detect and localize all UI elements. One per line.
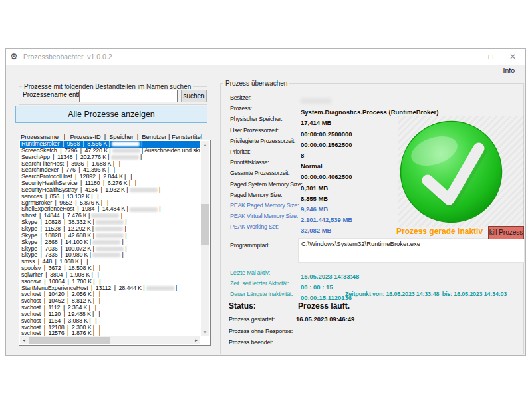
censored-user-patch: [146, 286, 174, 291]
activity-field-row: Letzte Mal aktiv:16.05.2023 14:33:48: [230, 269, 529, 280]
censored-user-patch: [130, 188, 158, 192]
monitor-field-value: System.Diagnostics.Process (RuntimeBroke…: [301, 108, 438, 116]
program-path-label: Programmpfad:: [230, 242, 269, 249]
censored-user-patch: [96, 233, 124, 238]
list-item[interactable]: Skype | 7336 | 10.980 K | |: [20, 252, 200, 259]
menubar: Info: [6, 65, 525, 76]
client-area: Prozesse mit folgenden Bestandteilen im …: [6, 76, 525, 355]
monitor-field-label: Priorität:: [230, 148, 301, 155]
program-path-value: C:\Windows\System32\RuntimeBroker.exe: [299, 239, 524, 249]
list-item[interactable]: Skype | 10828 | 38.332 K | |: [20, 219, 200, 226]
list-item[interactable]: SecurityHealthService | 11180 | 6.276 K …: [20, 180, 200, 187]
list-item[interactable]: Skype | 7036 | 100.072 K | |: [20, 246, 200, 253]
censored-user-patch: [92, 240, 120, 245]
horizontal-scrollbar[interactable]: ◄ ►: [20, 336, 200, 344]
program-path-box: C:\Windows\System32\RuntimeBroker.exe: [298, 238, 525, 263]
window-title: Prozessbeobachter v1.0.0.2: [23, 53, 112, 61]
process-rows: RuntimeBroker | 9568 | 8.556 K | | Scree…: [20, 141, 200, 336]
status-value: Prozess läuft.: [298, 301, 350, 311]
list-item[interactable]: ssonsvr | 10064 | 1.700 K | |: [20, 279, 200, 285]
list-item[interactable]: svchost | 1164 | 3.088 K | |: [20, 318, 200, 325]
green-check-icon: [400, 120, 503, 223]
process-inactive-status-text: Prozess gerade inaktiv: [396, 227, 483, 236]
process-name-input[interactable]: [79, 90, 178, 102]
censored-user-patch: [96, 247, 124, 251]
list-item[interactable]: SearchIndexer | 776 | 41.396 K | |: [20, 167, 200, 174]
app-window: ⚙ Prozessbeobachter v1.0.0.2 – □ ✕ Info …: [5, 48, 526, 356]
list-item[interactable]: svchost | 1120 | 19.488 K | |: [20, 311, 200, 318]
activity-field-row: Zeit seit letzter Aktivität:00 : 00 : 15: [230, 280, 529, 291]
censored-user-patch: [111, 155, 139, 160]
monitor-field-row: Prozess:System.Diagnostics.Process (Runt…: [230, 105, 529, 116]
monitor-field-value: 8,355 MB: [301, 195, 328, 202]
close-icon[interactable]: ✕: [507, 51, 519, 62]
list-item[interactable]: Skype | 11528 | 12.292 K | |: [20, 226, 200, 233]
monitor-field-label: Privilegierte Prozessorzeit:: [230, 138, 301, 144]
scroll-down-icon[interactable]: ▼: [201, 329, 209, 336]
monitor-field-value: 00:00:00.2500000: [301, 130, 352, 138]
list-item[interactable]: SgrmBroker | 9652 | 5.876 K | |: [20, 200, 200, 207]
monitor-field-label: Besitzer:: [230, 94, 301, 101]
horizontal-scroll-thumb[interactable]: [29, 337, 110, 344]
scroll-left-icon[interactable]: ◄: [20, 336, 28, 344]
activity-field-row: Dauer Längste Inaktivität:00:00:15.11201…: [230, 291, 529, 301]
vertical-scroll-thumb[interactable]: [201, 204, 209, 245]
censored-user-patch: [95, 227, 123, 231]
censored-user-patch: [130, 207, 158, 212]
list-item[interactable]: Skype | 2868 | 14.100 K | |: [20, 239, 200, 246]
monitor-field-value: 2.101.442,539 MB: [301, 216, 352, 223]
censored-user-patch: [112, 148, 140, 153]
list-item[interactable]: SearchFilterHost | 3936 | 1.688 K | |: [20, 161, 200, 168]
list-item[interactable]: svchost | 12108 | 2.300 K | |: [20, 325, 200, 331]
monitor-field-label: Gesamte Prozessorzeit:: [230, 170, 301, 176]
scroll-up-icon[interactable]: ▲: [201, 141, 209, 149]
list-item[interactable]: svchost | 10420 | 2.056 K | |: [20, 291, 200, 298]
monitor-field-label: User Prozessorzeit:: [230, 127, 301, 134]
list-item[interactable]: SearchProtocolHost | 12892 | 2.844 K | |: [20, 174, 200, 180]
activity-field-value: 16.05.2023 14:33:48: [301, 273, 359, 280]
list-item[interactable]: StartMenuExperienceHost | 13112 | 28.444…: [20, 285, 200, 292]
monitor-field-label: Paged System Memory Size:: [230, 181, 301, 188]
list-item[interactable]: services | 856 | 13.132 K | |: [20, 194, 200, 200]
list-item[interactable]: svchost | 10452 | 8.812 K | |: [20, 298, 200, 305]
list-item[interactable]: smss | 448 | 1.068 K | |: [20, 259, 200, 265]
monitor-field-value: 00:00:00.4062500: [301, 173, 352, 180]
monitor-groupbox-title: Prozess überwachen: [223, 80, 289, 87]
activity-field-label: Letzte Mal aktiv:: [230, 269, 301, 276]
monitor-field-value: Normal: [301, 162, 323, 170]
vertical-scrollbar[interactable]: ▲ ▼: [201, 141, 209, 336]
minimize-icon[interactable]: –: [463, 51, 475, 62]
list-item[interactable]: SecurityHealthSystray | 4184 | 1.932 K |…: [20, 187, 200, 194]
monitor-field-value: 9,246 MB: [301, 205, 328, 213]
list-item[interactable]: ShellExperienceHost | 1984 | 14.484 K | …: [20, 206, 200, 213]
censored-user-patch: [91, 213, 119, 218]
show-all-processes-button[interactable]: Alle Prozesse anzeigen: [15, 106, 207, 123]
censored-user-patch: [92, 253, 120, 257]
activity-field-value: 00:00:15.1120136: [301, 294, 352, 301]
monitor-field-value: 17,414 MB: [301, 119, 331, 126]
kill-process-button[interactable]: kill Prozess: [488, 226, 524, 239]
menu-item-info[interactable]: Info: [503, 66, 515, 74]
process-started-value: 16.05.2023 09:46:49: [296, 315, 354, 323]
activity-fields: Letzte Mal aktiv:16.05.2023 14:33:48Zeit…: [230, 269, 529, 302]
censored-user-patch: [96, 220, 124, 225]
list-item[interactable]: svchost | 12576 | 1.876 K | |: [20, 331, 200, 336]
activity-field-label: Zeit seit letzter Aktivität:: [230, 280, 301, 287]
list-item[interactable]: sqlwriter | 3804 | 1.908 K | |: [20, 272, 200, 279]
monitor-field-label: PEAK Paged Memory Size:: [230, 202, 301, 209]
list-item[interactable]: svchost | 1112 | 2.364 K | |: [20, 305, 200, 311]
activity-field-extra: Zeitpunkt von: 16.05.2023 14:33:48 bis: …: [345, 291, 507, 297]
list-item[interactable]: SearchApp | 11348 | 202.776 K | |: [20, 154, 200, 161]
monitor-field-label: PEAK Virtual Memory Size:: [230, 213, 301, 219]
list-item[interactable]: RuntimeBroker | 9568 | 8.556 K | |: [20, 141, 200, 148]
list-item[interactable]: Skype | 18828 | 42.688 K | |: [20, 233, 200, 239]
status-label: Status:: [229, 301, 256, 311]
list-item[interactable]: spoolsv | 3672 | 18.508 K | |: [20, 265, 200, 272]
scroll-right-icon[interactable]: ►: [192, 336, 200, 344]
app-gear-icon: ⚙: [10, 51, 18, 61]
maximize-icon[interactable]: □: [485, 51, 497, 62]
search-button[interactable]: suchen: [181, 90, 207, 102]
list-item[interactable]: sihost | 14844 | 7.476 K | |: [20, 213, 200, 219]
list-item[interactable]: ScreenSketch | 7796 | 47.220 K | | Aussc…: [20, 148, 200, 154]
process-ended-label: Prozess beendet:: [229, 339, 273, 346]
